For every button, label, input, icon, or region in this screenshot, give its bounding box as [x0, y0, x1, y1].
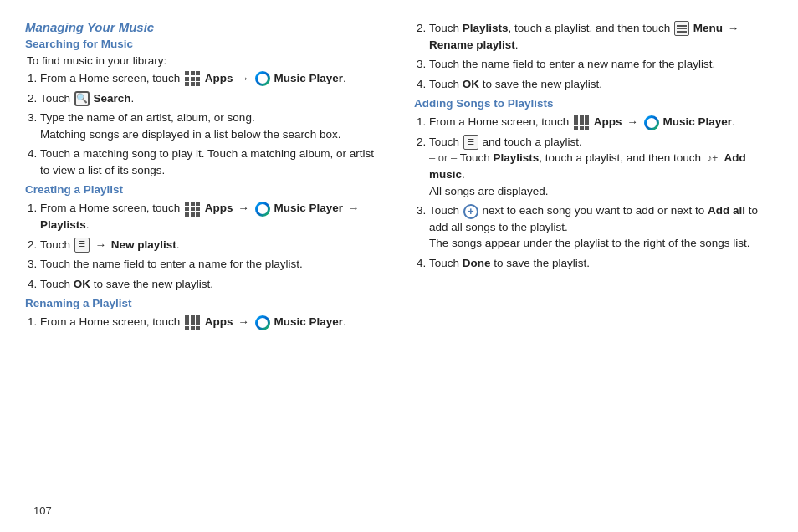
list-item: Touch 🔍 Search.	[40, 90, 384, 107]
adding-steps: From a Home screen, touch Apps → Music P…	[414, 114, 773, 271]
music-player-icon	[255, 315, 270, 330]
section-intro: To find music in your library:	[25, 54, 384, 67]
menu-icon	[674, 21, 689, 36]
list-item: Touch + next to each song you want to ad…	[429, 202, 773, 252]
creating-steps: From a Home screen, touch Apps → Music P…	[25, 200, 384, 292]
playlist-icon: ☰	[463, 135, 478, 150]
list-item: Touch ☰ and touch a playlist. – or – Tou…	[429, 134, 773, 200]
list-item: From a Home screen, touch Apps → Music P…	[40, 314, 384, 330]
list-item: Touch Playlists, touch a playlist, and t…	[429, 20, 773, 53]
list-item: Touch ☰ → New playlist.	[40, 237, 384, 253]
apps-icon	[185, 315, 200, 330]
renaming-steps: From a Home screen, touch Apps → Music P…	[25, 314, 384, 330]
left-column: Managing Your Music Searching for Music …	[25, 20, 399, 515]
apps-icon	[185, 202, 200, 217]
section-searching-title: Searching for Music	[25, 38, 384, 50]
section-adding-title: Adding Songs to Playlists	[414, 97, 773, 110]
music-player-icon	[255, 202, 270, 217]
list-item: From a Home screen, touch Apps → Music P…	[40, 200, 384, 233]
page-number: 107	[33, 504, 52, 517]
renaming-steps-cont: Touch Playlists, touch a playlist, and t…	[414, 20, 773, 92]
apps-icon	[185, 71, 200, 86]
add-music-icon: ♪+	[705, 151, 720, 166]
right-column: Touch Playlists, touch a playlist, and t…	[399, 20, 773, 515]
list-item: Touch Done to save the playlist.	[429, 255, 773, 272]
apps-icon	[574, 115, 589, 130]
page-content: Managing Your Music Searching for Music …	[0, 0, 798, 532]
list-item: Touch the name field to enter a name for…	[40, 256, 384, 273]
searching-steps: From a Home screen, touch Apps → Music P…	[25, 70, 384, 178]
list-item: From a Home screen, touch Apps → Music P…	[40, 70, 384, 87]
list-item: Touch OK to save the new playlist.	[40, 276, 384, 293]
search-icon: 🔍	[74, 91, 90, 106]
list-item: Type the name of an artist, album, or so…	[40, 110, 384, 142]
section-creating-title: Creating a Playlist	[25, 183, 384, 196]
page-title: Managing Your Music	[25, 20, 384, 34]
music-player-icon	[644, 115, 659, 130]
playlist-icon: ☰	[74, 238, 90, 253]
music-player-icon	[255, 71, 270, 86]
list-item: Touch the name field to enter a new name…	[429, 56, 773, 73]
list-item: Touch a matching song to play it. Touch …	[40, 146, 384, 178]
plus-circle-icon: +	[463, 204, 478, 219]
section-renaming-title: Renaming a Playlist	[25, 297, 384, 309]
list-item: From a Home screen, touch Apps → Music P…	[429, 114, 773, 130]
list-item: Touch OK to save the new playlist.	[429, 76, 773, 93]
